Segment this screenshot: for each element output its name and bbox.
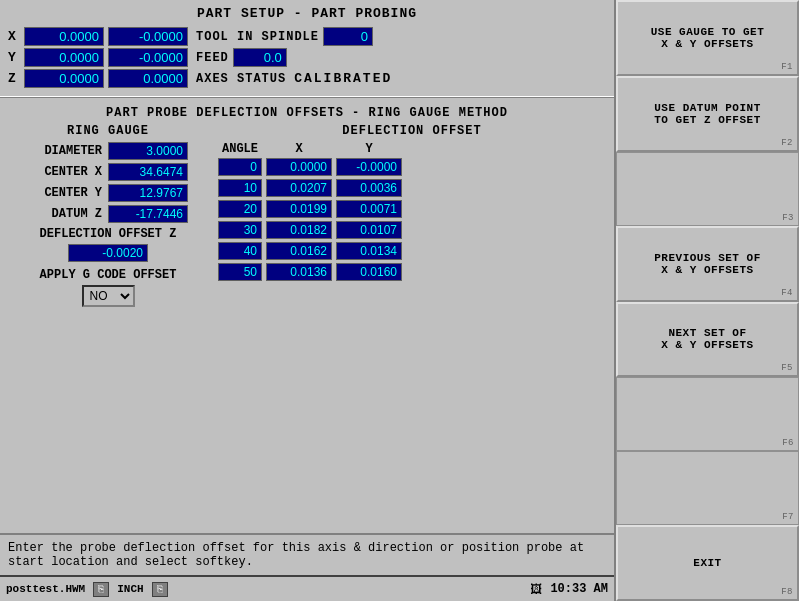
f5-key: F5	[781, 363, 793, 373]
f6-key: F6	[782, 438, 794, 448]
f1-label: USE GAUGE TO GETX & Y OFFSETS	[651, 26, 765, 50]
x-val-0[interactable]	[266, 158, 332, 176]
feed-info: FEED	[196, 48, 287, 67]
f8-label: EXIT	[693, 557, 721, 569]
page-title: PART SETUP - PART PROBING	[0, 0, 614, 25]
bottom-bar: posttest.HWM ⎘ INCH ⎘ 🖼 10:33 AM	[0, 575, 614, 601]
units: INCH	[117, 583, 143, 595]
y-val1[interactable]	[24, 48, 104, 67]
probe-section: RING GAUGE DIAMETER CENTER X CENTER Y DA…	[0, 122, 614, 309]
y-label: Y	[8, 50, 24, 65]
feed-label: FEED	[196, 51, 229, 65]
deflection-row-1	[218, 179, 606, 197]
f6-button[interactable]: F6	[616, 377, 799, 451]
z-row: Z AXES STATUS CALIBRATED	[8, 69, 606, 88]
ring-gauge-col: RING GAUGE DIAMETER CENTER X CENTER Y DA…	[8, 124, 208, 307]
angle-val-2[interactable]	[218, 200, 262, 218]
main-container: PART SETUP - PART PROBING X TOOL IN SPIN…	[0, 0, 799, 601]
z-val1[interactable]	[24, 69, 104, 88]
f2-button[interactable]: USE DATUM POINTTO GET Z OFFSET F2	[616, 76, 799, 152]
deflection-row-4	[218, 242, 606, 260]
angle-header: ANGLE	[218, 142, 262, 156]
f8-button[interactable]: EXIT F8	[616, 525, 799, 601]
status-text: Enter the probe deflection offset for th…	[8, 541, 584, 569]
x-val1[interactable]	[24, 27, 104, 46]
diameter-value[interactable]	[108, 142, 188, 160]
keyboard-icon-2[interactable]: ⎘	[152, 582, 168, 597]
center-y-value[interactable]	[108, 184, 188, 202]
f8-key: F8	[781, 587, 793, 597]
x-val-3[interactable]	[266, 221, 332, 239]
f1-button[interactable]: USE GAUGE TO GETX & Y OFFSETS F1	[616, 0, 799, 76]
status-message: Enter the probe deflection offset for th…	[0, 533, 614, 575]
f3-button[interactable]: F3	[616, 152, 799, 226]
feed-value[interactable]	[233, 48, 287, 67]
angle-val-1[interactable]	[218, 179, 262, 197]
y-header: Y	[336, 142, 402, 156]
y-val-0[interactable]	[336, 158, 402, 176]
divider-1	[0, 96, 614, 98]
f2-label: USE DATUM POINTTO GET Z OFFSET	[654, 102, 761, 126]
y-val-2[interactable]	[336, 200, 402, 218]
center-x-row: CENTER X	[8, 163, 208, 181]
tool-spindle-info: TOOL IN SPINDLE	[196, 27, 373, 46]
deflection-row-5	[218, 263, 606, 281]
f4-key: F4	[781, 288, 793, 298]
left-panel: PART SETUP - PART PROBING X TOOL IN SPIN…	[0, 0, 614, 601]
f4-button[interactable]: PREVIOUS SET OFX & Y OFFSETS F4	[616, 226, 799, 302]
y-val2[interactable]	[108, 48, 188, 67]
f7-key: F7	[782, 512, 794, 522]
deflection-row-0	[218, 158, 606, 176]
center-x-value[interactable]	[108, 163, 188, 181]
apply-gcode-select[interactable]: NO YES	[82, 285, 135, 307]
keyboard-icon-1[interactable]: ⎘	[93, 582, 109, 597]
diameter-label: DIAMETER	[8, 144, 108, 158]
y-val-4[interactable]	[336, 242, 402, 260]
filename: posttest.HWM	[6, 583, 85, 595]
y-val-5[interactable]	[336, 263, 402, 281]
deflection-row-3	[218, 221, 606, 239]
datum-z-label: DATUM Z	[8, 207, 108, 221]
axes-status-label: AXES STATUS	[196, 72, 286, 86]
deflection-z-label: DEFLECTION OFFSET Z	[8, 227, 208, 241]
deflection-z-value[interactable]	[68, 244, 148, 262]
x-row: X TOOL IN SPINDLE	[8, 27, 606, 46]
x-val2[interactable]	[108, 27, 188, 46]
datum-z-row: DATUM Z	[8, 205, 208, 223]
deflection-col: DEFLECTION OFFSET ANGLE X Y	[218, 124, 606, 307]
deflection-rows-container	[218, 158, 606, 281]
x-val-4[interactable]	[266, 242, 332, 260]
angle-val-3[interactable]	[218, 221, 262, 239]
clock-time: 10:33 AM	[550, 582, 608, 596]
tool-spindle-value[interactable]	[323, 27, 373, 46]
axes-status-value: CALIBRATED	[294, 71, 392, 86]
y-val-3[interactable]	[336, 221, 402, 239]
f7-button[interactable]: F7	[616, 451, 799, 525]
z-val2[interactable]	[108, 69, 188, 88]
apply-gcode-row: NO YES	[8, 285, 208, 307]
x-val-1[interactable]	[266, 179, 332, 197]
x-val-2[interactable]	[266, 200, 332, 218]
y-val-1[interactable]	[336, 179, 402, 197]
angle-val-0[interactable]	[218, 158, 262, 176]
ring-gauge-title: RING GAUGE	[8, 124, 208, 138]
apply-gcode-label: APPLY G CODE OFFSET	[8, 268, 208, 282]
x-header: X	[266, 142, 332, 156]
angle-val-5[interactable]	[218, 263, 262, 281]
x-val-5[interactable]	[266, 263, 332, 281]
f2-key: F2	[781, 138, 793, 148]
f1-key: F1	[781, 62, 793, 72]
monitor-icon: 🖼	[530, 582, 542, 597]
section-title: PART PROBE DEFLECTION OFFSETS - RING GAU…	[0, 102, 614, 122]
f4-label: PREVIOUS SET OFX & Y OFFSETS	[654, 252, 761, 276]
center-y-row: CENTER Y	[8, 184, 208, 202]
deflection-row-2	[218, 200, 606, 218]
x-label: X	[8, 29, 24, 44]
datum-z-value[interactable]	[108, 205, 188, 223]
f3-key: F3	[782, 213, 794, 223]
tool-spindle-label: TOOL IN SPINDLE	[196, 30, 319, 44]
center-y-label: CENTER Y	[8, 186, 108, 200]
f5-button[interactable]: NEXT SET OFX & Y OFFSETS F5	[616, 302, 799, 378]
axes-status-info: AXES STATUS CALIBRATED	[196, 71, 392, 86]
angle-val-4[interactable]	[218, 242, 262, 260]
